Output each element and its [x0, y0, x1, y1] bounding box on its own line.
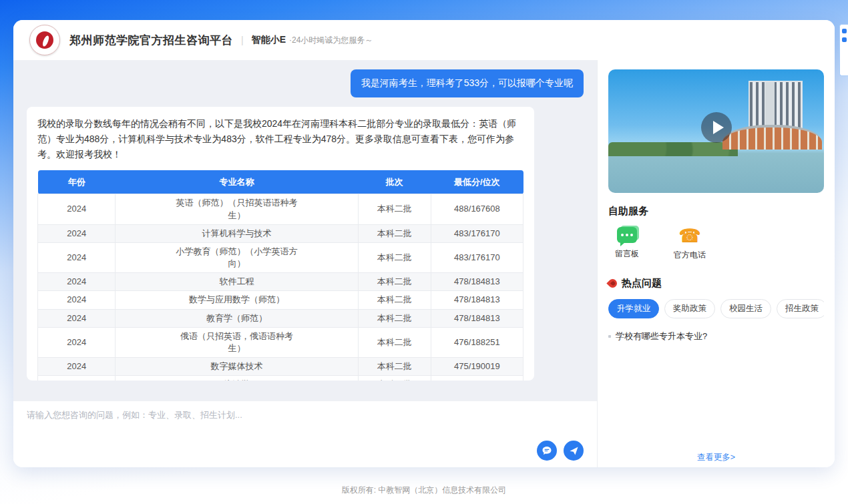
- col-score: 最低分/位次: [431, 170, 523, 194]
- quick-chat-button[interactable]: [537, 441, 557, 461]
- video-building-low: [722, 125, 822, 150]
- body: 我是河南考生，理科考了533分，可以报哪个专业呢 我校的录取分数线每年的情况会稍…: [13, 60, 835, 467]
- copyright-footer: 版权所有: 中教智网（北京）信息技术有限公司: [0, 485, 848, 496]
- tab-campus-life[interactable]: 校园生活: [720, 299, 771, 318]
- tab-admission-policy[interactable]: 招生政策: [777, 299, 824, 318]
- play-icon[interactable]: [701, 112, 732, 143]
- services-row: 留言板 ☎ 官方电话: [608, 227, 824, 261]
- view-more-link[interactable]: 查看更多>: [598, 452, 835, 463]
- header: 郑州师范学院官方招生咨询平台 | 智能小E ·24小时竭诚为您服务～: [13, 20, 835, 60]
- user-message-row: 我是河南考生，理科考了533分，可以报哪个专业呢: [27, 69, 584, 97]
- floating-toolbar-icon: [842, 37, 847, 42]
- right-sidebar: 自助服务 留言板 ☎ 官方电话 热点问题 升学就业: [598, 60, 835, 467]
- hot-questions-header: 热点问题: [608, 277, 824, 290]
- main-card: 郑州师范学院官方招生咨询平台 | 智能小E ·24小时竭诚为您服务～ 我是河南考…: [13, 20, 835, 467]
- message-board-icon: [617, 227, 637, 243]
- table-header-row: 年份 专业名称 批次 最低分/位次: [38, 170, 523, 194]
- campus-video-thumbnail[interactable]: [608, 69, 824, 193]
- service-message-board[interactable]: 留言板: [615, 227, 639, 261]
- tab-further-study-employment[interactable]: 升学就业: [608, 299, 659, 318]
- page-title: 郑州师范学院官方招生咨询平台: [69, 33, 233, 48]
- service-official-phone[interactable]: ☎ 官方电话: [674, 227, 706, 261]
- service-label: 留言板: [615, 248, 639, 260]
- title-divider: |: [241, 35, 244, 45]
- bot-message-bubble: 我校的录取分数线每年的情况会稍有不同，以下是我校2024年在河南理科本科二批部分…: [27, 107, 534, 381]
- floating-toolbar[interactable]: [839, 24, 848, 76]
- table-row: 2024 教育学（师范） 本科二批 478/184813: [38, 309, 523, 327]
- input-buttons: [27, 441, 584, 461]
- table-row: 2024 软件工程 本科二批 478/184813: [38, 273, 523, 291]
- send-button[interactable]: [564, 441, 584, 461]
- bot-name: 智能小E: [252, 34, 286, 46]
- floating-toolbar-icon: [842, 29, 847, 33]
- col-year: 年份: [38, 170, 116, 194]
- hot-questions-title: 热点问题: [622, 277, 662, 290]
- chat-column: 我是河南考生，理科考了533分，可以报哪个专业呢 我校的录取分数线每年的情况会稍…: [13, 60, 598, 467]
- bullet-dot-icon: [608, 335, 611, 338]
- user-message-bubble: 我是河南考生，理科考了533分，可以报哪个专业呢: [351, 69, 584, 97]
- message-input[interactable]: [27, 409, 584, 441]
- col-major: 专业名称: [116, 170, 359, 194]
- hot-question-item[interactable]: 学校有哪些专升本专业?: [608, 330, 824, 342]
- tab-scholarship-policy[interactable]: 奖助政策: [664, 299, 715, 318]
- services-title: 自助服务: [608, 205, 824, 218]
- table-row: 2024 数字媒体技术 本科二批 475/190019: [38, 358, 523, 376]
- hot-question-tabs: 升学就业 奖助政策 校园生活 招生政策 »: [608, 299, 824, 318]
- table-row: 2024 计算机科学与技术 本科二批 483/176170: [38, 224, 523, 242]
- message-input-area: [13, 401, 597, 467]
- phone-icon: ☎: [678, 227, 701, 244]
- flame-icon: [606, 277, 618, 289]
- service-tagline: ·24小时竭诚为您服务～: [289, 35, 373, 46]
- table-row: 2024 英语（师范）（只招英语语种考生） 本科二批 488/167608: [38, 194, 523, 224]
- bot-intro-text: 我校的录取分数线每年的情况会稍有不同，以下是我校2024年在河南理科本科二批部分…: [37, 116, 523, 162]
- table-row: 2024 数学与应用数学（师范） 本科二批 478/184813: [38, 291, 523, 309]
- chat-area[interactable]: 我是河南考生，理科考了533分，可以报哪个专业呢 我校的录取分数线每年的情况会稍…: [13, 60, 597, 401]
- chat-bubble-icon: [542, 445, 552, 456]
- table-row: 2024 小学教育（师范）（小学英语方向） 本科二批 483/176170: [38, 242, 523, 272]
- col-batch: 批次: [358, 170, 431, 194]
- question-text: 学校有哪些专升本专业?: [616, 330, 707, 342]
- send-icon: [569, 446, 579, 456]
- table-row: 2024 俄语（只招英语，俄语语种考生） 本科二批 476/188251: [38, 327, 523, 357]
- admission-scores-table: 年份 专业名称 批次 最低分/位次 2024 英语（师范）（只招英语语种考生）: [37, 170, 523, 381]
- table-row: 2024 统计学 本科二批 474/191769: [38, 376, 523, 381]
- service-label: 官方电话: [674, 250, 706, 261]
- university-logo-icon: [29, 25, 60, 55]
- video-trees: [608, 142, 738, 156]
- page: 郑州师范学院官方招生咨询平台 | 智能小E ·24小时竭诚为您服务～ 我是河南考…: [0, 0, 848, 504]
